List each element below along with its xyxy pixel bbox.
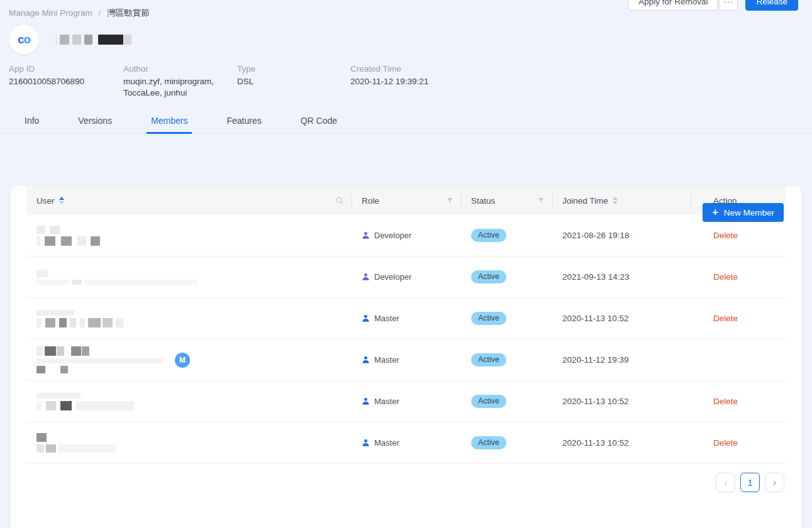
redacted-text-block <box>46 444 56 453</box>
filter-icon[interactable] <box>537 197 545 204</box>
redacted-text-block <box>36 393 81 399</box>
prev-page-button[interactable]: ‹ <box>716 473 735 492</box>
delete-link[interactable]: Delete <box>713 231 738 240</box>
column-label: Role <box>362 196 379 206</box>
delete-link[interactable]: Delete <box>713 397 738 406</box>
redacted-text-block <box>36 310 74 316</box>
delete-link[interactable]: Delete <box>713 272 738 282</box>
meta-value: DSL <box>237 76 341 87</box>
redacted-text-block <box>36 226 45 234</box>
page-1-button[interactable]: 1 <box>740 473 760 492</box>
apply-removal-button[interactable]: Apply for Removal <box>628 0 718 11</box>
sort-icon[interactable] <box>613 197 618 204</box>
redacted-text-block <box>45 318 55 327</box>
redacted-text-block <box>36 346 43 356</box>
table-row: MasterActive2020-11-13 10:52Delete <box>26 298 786 339</box>
redacted-text-block <box>45 236 55 246</box>
caret-up-icon <box>59 197 64 200</box>
redacted-line <box>36 433 47 442</box>
redacted-text-block <box>88 318 101 327</box>
role-cell: Developer <box>352 215 461 256</box>
joined-time-cell: 2020-11-13 10:52 <box>552 298 691 339</box>
status-cell: Active <box>461 422 552 463</box>
meta-value: muqin.zyf, miniprogram, ToccaLee, junhui <box>123 76 227 99</box>
person-icon <box>362 356 370 364</box>
column-label: Status <box>471 196 495 206</box>
app-logo: co <box>9 25 39 55</box>
role-cell: Master <box>352 339 461 380</box>
redacted-gap <box>45 226 50 234</box>
header-actions: Apply for Removal ··· Release <box>628 0 798 11</box>
redacted-text-block <box>36 433 47 442</box>
header-cell-status[interactable]: Status <box>461 186 552 215</box>
user-cell <box>26 422 352 463</box>
redacted-gap <box>72 236 77 246</box>
status-badge: Active <box>471 270 506 283</box>
release-button[interactable]: Release <box>745 0 798 11</box>
tab-members[interactable]: Members <box>147 116 192 133</box>
action-cell: Delete <box>691 422 786 463</box>
status-cell: Active <box>461 256 552 297</box>
redacted-text-block <box>58 444 116 453</box>
redacted-line <box>36 226 60 234</box>
tab-features[interactable]: Features <box>222 116 265 133</box>
table-row: DeveloperActive2021-09-13 14:23Delete <box>26 256 786 298</box>
delete-link[interactable]: Delete <box>713 314 738 323</box>
redacted-line <box>36 236 100 246</box>
header-cell-joined-time[interactable]: Joined Time <box>552 186 691 215</box>
header-cell-user[interactable]: User <box>26 186 352 215</box>
meta-field: Authormuqin.zyf, miniprogram, ToccaLee, … <box>123 64 237 99</box>
meta-label: Type <box>237 64 350 74</box>
action-cell <box>691 339 786 380</box>
action-cell: Delete <box>691 256 786 297</box>
search-icon[interactable] <box>335 196 344 205</box>
filter-icon[interactable] <box>446 197 453 204</box>
person-icon <box>362 314 370 322</box>
breadcrumb-parent[interactable]: Manage Mini Program <box>9 8 92 18</box>
redacted-gap <box>72 401 76 410</box>
redacted-line <box>36 280 197 285</box>
redacted-text-block <box>36 270 48 277</box>
redacted-line <box>36 393 81 399</box>
tab-qr-code[interactable]: QR Code <box>296 116 342 133</box>
redacted-gap <box>92 35 98 45</box>
app-logo-icon: c <box>18 33 24 47</box>
joined-time-cell: 2020-11-13 10:52 <box>552 381 691 422</box>
user-cell <box>26 298 352 339</box>
more-actions-button[interactable]: ··· <box>719 0 738 11</box>
status-cell: Active <box>461 339 552 380</box>
column-label: User <box>36 196 55 206</box>
delete-link[interactable]: Delete <box>713 438 738 448</box>
user-cell <box>26 381 352 422</box>
status-cell: Active <box>461 215 552 256</box>
app-name-redacted <box>55 25 131 55</box>
meta-field: TypeDSL <box>237 64 350 99</box>
sort-icon[interactable] <box>59 197 64 204</box>
role-cell: Master <box>352 422 461 463</box>
breadcrumb-separator: / <box>99 8 101 18</box>
redacted-text-block <box>59 318 67 327</box>
status-badge: Active <box>471 395 506 408</box>
redacted-line <box>36 358 162 363</box>
meta-field: Created Time2020-11-12 19:39:21 <box>350 64 812 99</box>
status-badge: Active <box>471 229 506 242</box>
redacted-text-block <box>91 236 100 246</box>
user-cell <box>26 215 352 256</box>
redacted-gap <box>86 236 91 246</box>
tab-versions[interactable]: Versions <box>74 116 116 133</box>
redacted-text-block <box>60 35 69 45</box>
role-label: Developer <box>374 272 411 282</box>
members-card: + New Member UserRoleStatusJoined TimeAc… <box>11 186 801 528</box>
redacted-line <box>36 270 48 277</box>
header-cell-role[interactable]: Role <box>352 186 461 215</box>
meta-label: Created Time <box>350 64 812 74</box>
pagination: ‹ 1 › <box>11 473 784 492</box>
redacted-text-block <box>72 35 81 45</box>
app-header: co App ID2160010058706890Authormuqin.zyf… <box>0 25 812 99</box>
tab-info[interactable]: Info <box>20 116 43 133</box>
next-page-button[interactable]: › <box>765 473 784 492</box>
redacted-line <box>36 318 123 327</box>
redacted-gap <box>56 401 60 410</box>
redacted-text-block <box>116 318 123 327</box>
redacted-text-block <box>70 318 76 327</box>
